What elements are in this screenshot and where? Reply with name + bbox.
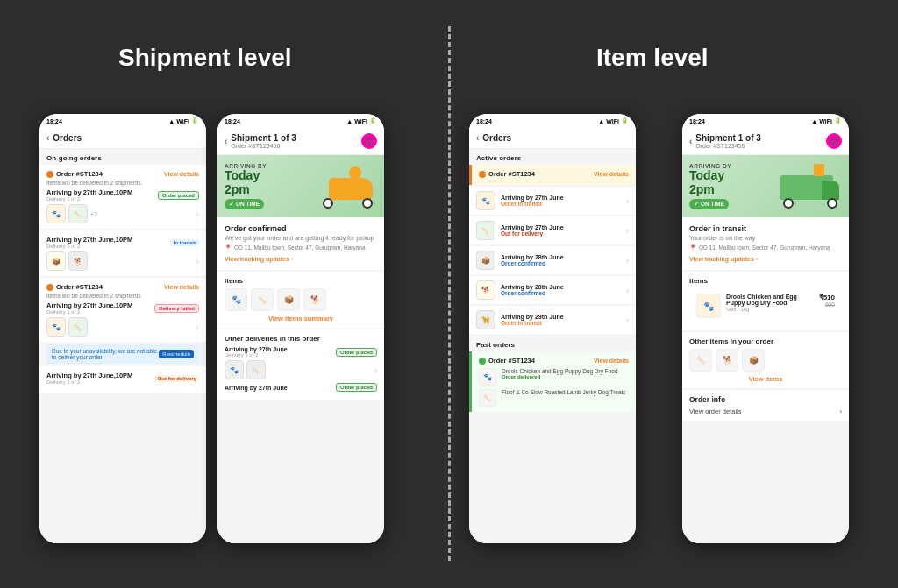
item-thumb-2: 🦴 (68, 204, 88, 223)
transit-date-1: Arriving by 27th June (501, 195, 621, 201)
transit-thumb-4: 🐕 (476, 280, 495, 300)
view-details-1[interactable]: View details (164, 171, 199, 177)
delivery-date-1a: Arriving by 27th June,10PM (46, 188, 132, 196)
transit-item-1[interactable]: 🐾 Arriving by 27th June Order in transit… (469, 187, 636, 215)
arrow-1[interactable]: › (196, 209, 199, 219)
items-row-1b: 📦 🐕 › (46, 251, 199, 271)
section-divider (448, 26, 451, 561)
transit-item-3[interactable]: 📦 Arriving by 28th June Order confirmed … (469, 246, 636, 274)
status-bar-2: 18:24 ▲ WiFi 🔋 (217, 114, 384, 128)
back-arrow-3[interactable]: ‹ (476, 133, 479, 143)
transit-arrow-5[interactable]: › (626, 315, 629, 325)
back-arrow-1[interactable]: ‹ (46, 133, 49, 143)
view-summary-2[interactable]: View items summary (224, 315, 377, 322)
badge-out-delivery: Out for delivery (155, 375, 199, 382)
more-items: +2 (90, 211, 97, 217)
item-price-4: ₹510 (819, 294, 835, 301)
transit-arrow-2[interactable]: › (626, 226, 629, 236)
order-info-row[interactable]: View order details › (689, 407, 842, 415)
nav-title-3: Orders (482, 133, 511, 143)
on-time-badge-2: ✓ ON TIME (224, 199, 264, 209)
other-delivery-row-1: Arriving by 27th June Delivery 1 of 2 Or… (224, 346, 377, 358)
nav-bar-1: ‹ Orders (39, 128, 206, 149)
status-time-1: 18:24 (46, 118, 62, 124)
status-bar-1: 18:24 ▲ WiFi 🔋 (39, 114, 206, 128)
phone-item-detail: 18:24 ▲ WiFi 🔋 ‹ Shipment 1 of 3 Order #… (682, 114, 849, 543)
back-arrow-2[interactable]: ‹ (224, 137, 227, 146)
past-item-row-2: 🦴 Floof & Co Slow Roasted Lamb Jerky Dog… (479, 389, 629, 407)
transit-date-5: Arriving by 29th June (501, 314, 621, 320)
item-thumb-6: 🦴 (68, 317, 88, 337)
badge-delivery-failed: Delivery failed (154, 304, 199, 313)
location-row-4: 📍 OD 11, Malibu town, Sector 47, Gurugra… (689, 244, 842, 251)
view-items-button[interactable]: View items (689, 375, 842, 383)
order-dot (46, 171, 53, 178)
arrow-1b[interactable]: › (196, 257, 199, 266)
location-pin-4: 📍 (689, 244, 696, 251)
arrow-2[interactable]: › (196, 322, 199, 332)
hero-arriving-info: ARRIVING BY Today2pm ✓ ON TIME (224, 163, 316, 209)
other-item-2: 🦴 (246, 360, 266, 379)
item-detail-info: Drools Chicken and Egg Puppy Dog Dry Foo… (726, 294, 814, 312)
order-info-section: Order info View order details › (682, 390, 849, 421)
badge-order-placed: Order placed (158, 191, 199, 200)
active-orders-label-1: On-going orders (39, 149, 206, 165)
back-arrow-4[interactable]: ‹ (689, 137, 692, 146)
item-thumb-1: 🐾 (46, 204, 66, 223)
order-card-1: Order #ST1234 View details Items will be… (39, 165, 206, 229)
location-text-4: OD 11, Malibu town, Sector 47, Gurugram,… (699, 244, 830, 251)
order-info-arrow[interactable]: › (840, 407, 843, 415)
order-id-text: Order #ST1234 (56, 170, 103, 178)
location-pin: 📍 (224, 244, 232, 251)
item-grid-2: 🐾 🦴 📦 🐕 (224, 288, 377, 311)
other-del-date-2: Arriving by 27th June (224, 385, 288, 391)
items-section-2: Items 🐾 🦴 📦 🐕 View items summary (217, 272, 384, 328)
items-title-2: Items (224, 277, 377, 285)
other-del-count-1: Delivery 1 of 2 (224, 352, 288, 358)
active-view-details[interactable]: View details (594, 171, 629, 177)
other-badge-2: Order placed (336, 383, 377, 392)
past-item-name-1: Drools Chicken and Egg Puppy Dog Dry Foo… (502, 368, 618, 374)
transit-item-4[interactable]: 🐕 Arriving by 28th June Order confirmed … (469, 276, 636, 304)
order-id-text-2: Order #ST1234 (56, 283, 103, 291)
other-deliveries-section: Other deliveries in this order Arriving … (217, 329, 384, 400)
confirmed-title: Order confirmed (224, 224, 377, 233)
support-icon-4[interactable]: 🎧 (826, 133, 842, 149)
phone-shipment-detail: 18:24 ▲ WiFi 🔋 ‹ Shipment 1 of 3 Order #… (217, 114, 384, 543)
transit-arrow-1[interactable]: › (626, 196, 629, 206)
support-icon[interactable]: 🎧 (361, 133, 377, 149)
status-time-4: 18:24 (689, 118, 705, 124)
transit-status-1: Order in transit (501, 201, 621, 207)
other-item-card-1: 🦴 (689, 349, 712, 372)
item-detail-img: 🐾 (696, 294, 721, 318)
past-item-status-1: Order delivered (502, 374, 618, 379)
transit-item-5[interactable]: 🦮 Arriving by 29th June Order in transit… (469, 306, 636, 334)
track-link-4[interactable]: View tracking updates (689, 256, 754, 262)
item-level-title: Item level (596, 44, 709, 72)
confirmed-section: Order confirmed We've got your order and… (217, 217, 384, 270)
transit-thumb-2: 🦴 (476, 221, 495, 240)
past-order-id: Order #ST1234 (488, 357, 535, 365)
transit-sub-4: Your order is on the way (689, 235, 842, 241)
transit-arrow-3[interactable]: › (626, 256, 629, 266)
transit-thumb-3: 📦 (476, 251, 495, 270)
reschedule-button[interactable]: Reschedule (159, 350, 194, 358)
items-title-4: Items (689, 277, 842, 285)
past-item-img-1: 🐾 (479, 368, 496, 386)
status-time-3: 18:24 (476, 118, 492, 124)
other-item-card-3: 📦 (742, 349, 765, 372)
delivery-date-1b: Arriving by 27th June,10PM (46, 236, 132, 244)
last-delivery-count: Delivery 2 of 2 (46, 379, 132, 385)
transit-arrow-4[interactable]: › (626, 286, 629, 295)
nav-bar-4: ‹ Shipment 1 of 3 Order #ST123456 🎧 (682, 128, 849, 155)
track-link-2[interactable]: View tracking updates (224, 256, 289, 262)
other-arrow-1[interactable]: › (374, 365, 377, 375)
transit-status-2: Out for delivery (501, 230, 621, 237)
arriving-time-2: Today2pm (224, 169, 316, 196)
order-info-link[interactable]: View order details (689, 407, 741, 415)
transit-item-2[interactable]: 🦴 Arriving by 27th June Out for delivery… (469, 216, 636, 244)
past-view-details[interactable]: View details (594, 358, 629, 364)
view-details-2[interactable]: View details (164, 284, 199, 290)
active-order-id: Order #ST1234 (488, 170, 535, 178)
status-icons-1: ▲ WiFi 🔋 (168, 117, 199, 124)
